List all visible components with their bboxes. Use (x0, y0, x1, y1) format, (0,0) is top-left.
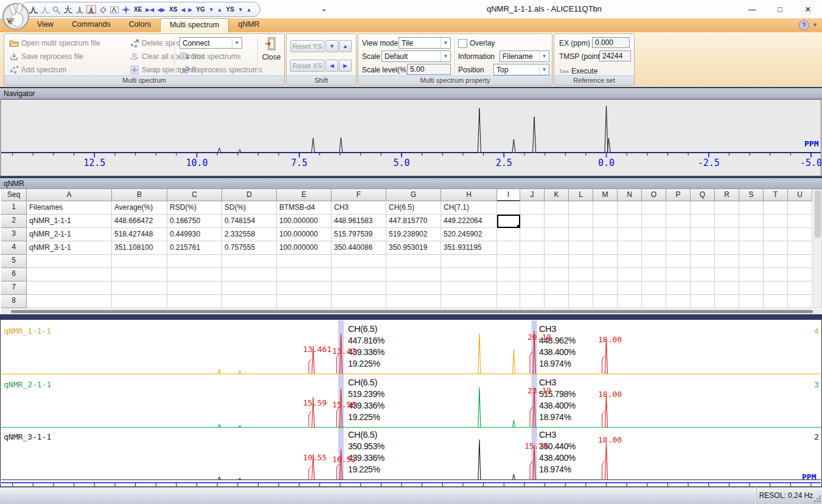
cell-B7[interactable] (112, 281, 167, 295)
region-box-icon[interactable] (110, 5, 119, 15)
qnmr-header[interactable]: qNMR (0, 178, 822, 189)
cell-K1[interactable] (545, 201, 569, 215)
cell-O6[interactable] (642, 268, 666, 281)
cell-B3[interactable]: 518.427448 (112, 228, 167, 241)
cell-N7[interactable] (618, 281, 642, 295)
cell-J4[interactable] (520, 241, 545, 255)
cell-S5[interactable] (739, 255, 764, 268)
cell-L7[interactable] (569, 281, 593, 295)
cell-S8[interactable] (739, 295, 764, 308)
cell-R7[interactable] (715, 281, 739, 295)
cell-Q6[interactable] (691, 268, 715, 281)
cell-T2[interactable] (764, 215, 788, 228)
integral-icon[interactable] (75, 5, 85, 15)
cell-U6[interactable] (788, 268, 812, 281)
ys-shift-down-button[interactable]: ▼ (326, 40, 338, 52)
qat-more-icon[interactable]: ⌄ (321, 5, 327, 13)
column-header-A[interactable]: A (27, 189, 112, 201)
reprocess-spectrums-button[interactable]: Reprocess spectrums (179, 64, 262, 75)
column-header-T[interactable]: T (764, 189, 788, 201)
cell-O1[interactable] (642, 201, 666, 215)
overlay-checkbox[interactable] (458, 39, 467, 48)
cell-K4[interactable] (545, 241, 569, 255)
cell-G7[interactable] (386, 281, 441, 295)
cell-O5[interactable] (642, 255, 666, 268)
column-header-H[interactable]: H (441, 189, 497, 201)
column-header-N[interactable]: N (618, 189, 642, 201)
cell-C8[interactable] (167, 295, 222, 308)
column-header-S[interactable]: S (739, 189, 764, 201)
cell-K5[interactable] (545, 255, 569, 268)
cell-F8[interactable] (332, 295, 386, 308)
cell-T6[interactable] (764, 268, 788, 281)
cell-C4[interactable]: 0.215761 (167, 241, 222, 255)
position-combobox[interactable]: Top ▼ (493, 64, 549, 75)
cell-G5[interactable] (386, 255, 441, 268)
peak-pick-icon[interactable] (29, 5, 38, 15)
reset-xs-button[interactable]: Reset XS (290, 60, 324, 72)
resize-grip[interactable] (814, 495, 821, 503)
cell-H2[interactable]: 449.222064 (441, 215, 497, 228)
cell-H3[interactable]: 520.245902 (441, 228, 497, 241)
cell-G8[interactable] (386, 295, 441, 308)
close-multi-spectrum-button[interactable]: Close (260, 36, 283, 61)
cell-D4[interactable]: 0.757555 (222, 241, 277, 255)
cell-M4[interactable] (593, 241, 618, 255)
cell-P2[interactable] (666, 215, 691, 228)
cell-L3[interactable] (569, 228, 593, 241)
cell-K3[interactable] (545, 228, 569, 241)
row-header-2[interactable]: 2 (1, 215, 27, 228)
cell-C1[interactable]: RSD(%) (167, 201, 222, 215)
cell-O3[interactable] (642, 228, 666, 241)
cell-B1[interactable]: Average(%) (112, 201, 167, 215)
scale-combobox[interactable]: Default ▼ (381, 50, 451, 62)
tab-multi-spectrum[interactable]: Multi spectrum (160, 18, 229, 33)
cell-P6[interactable] (666, 268, 691, 281)
cell-I4[interactable] (497, 241, 520, 255)
column-header-M[interactable]: M (593, 189, 618, 201)
cell-P4[interactable] (666, 241, 691, 255)
column-header-R[interactable]: R (715, 189, 739, 201)
cell-H6[interactable] (441, 268, 497, 281)
peak-edit-icon[interactable] (63, 5, 73, 15)
cell-D1[interactable]: SD(%) (222, 201, 277, 215)
cell-N6[interactable] (618, 268, 642, 281)
cell-Q8[interactable] (691, 295, 715, 308)
cell-N3[interactable] (618, 228, 642, 241)
x-right-icon[interactable]: ▶ (187, 7, 193, 13)
cell-J5[interactable] (520, 255, 545, 268)
app-logo[interactable] (2, 2, 30, 30)
column-header-D[interactable]: D (222, 189, 277, 201)
ys-down-icon[interactable]: ▼ (237, 7, 244, 13)
cell-J6[interactable] (520, 268, 545, 281)
cell-R1[interactable] (715, 201, 739, 215)
cell-U1[interactable] (788, 201, 812, 215)
sort-spectrums-button[interactable]: Sort spectrums (179, 51, 241, 62)
column-header-I[interactable]: I (497, 189, 520, 201)
cell-L1[interactable] (569, 201, 593, 215)
row-header-5[interactable]: 5 (1, 255, 27, 268)
cell-B5[interactable] (112, 255, 167, 268)
cell-O4[interactable] (642, 241, 666, 255)
row-header-4[interactable]: 4 (1, 241, 27, 255)
cell-H7[interactable] (441, 281, 497, 295)
cell-Q7[interactable] (691, 281, 715, 295)
crosshair-icon[interactable] (121, 5, 131, 15)
column-header-K[interactable]: K (545, 189, 569, 201)
quick-access-toolbar[interactable]: XE▶◀◀▶XS◀▶YG▼▲YS▼▲ (21, 2, 260, 17)
multi-spectrum-plot[interactable]: qNMR_1-1-14CH(6.5)447.816%439.336%19.225… (0, 319, 822, 487)
vertical-scrollbar-thumb[interactable] (815, 190, 821, 238)
column-header-G[interactable]: G (386, 189, 441, 201)
x-expand-icon[interactable]: ◀▶ (156, 7, 166, 13)
xe-button[interactable]: XE (133, 6, 143, 13)
cell-Q2[interactable] (691, 215, 715, 228)
cell-C2[interactable]: 0.166750 (167, 215, 222, 228)
cell-A4[interactable]: qNMR_3-1-1 (27, 241, 112, 255)
cell-J2[interactable] (520, 215, 545, 228)
yg-button[interactable]: YG (195, 6, 206, 13)
cell-O8[interactable] (642, 295, 666, 308)
cell-L2[interactable] (569, 215, 593, 228)
cell-I2[interactable] (497, 215, 520, 228)
cell-C5[interactable] (167, 255, 222, 268)
minimize-button[interactable]: — (738, 0, 766, 18)
